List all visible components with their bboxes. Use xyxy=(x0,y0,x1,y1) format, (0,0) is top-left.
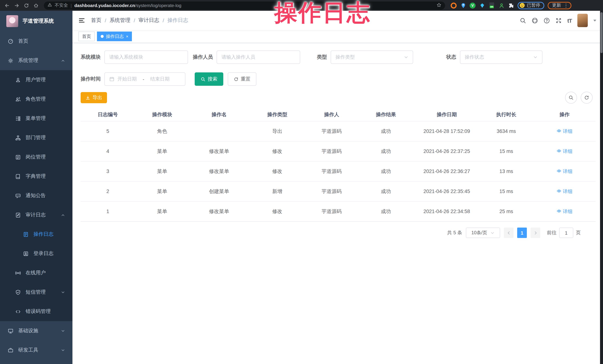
app-logo-rabbit-avatar xyxy=(6,15,18,27)
date-range-input[interactable]: 开始日期 - 结束日期 xyxy=(104,72,186,86)
url-bar[interactable]: 不安全 | dashboard.yudao.iocoder.cn/system/… xyxy=(44,1,445,10)
fullscreen-icon[interactable] xyxy=(556,17,562,23)
forward-icon[interactable] xyxy=(13,1,21,10)
cell-operator: 芋道源码 xyxy=(306,201,358,221)
github-icon[interactable] xyxy=(532,17,538,23)
type-label: 类型 xyxy=(317,54,327,61)
sidebar-item-1[interactable]: 系统管理 xyxy=(0,51,72,70)
total-count: 共 5 条 xyxy=(447,230,462,236)
sidebar-item-14[interactable]: 错误码管理 xyxy=(0,302,72,321)
module-input[interactable]: 请输入系统模块 xyxy=(104,51,188,64)
ext-gem-icon[interactable] xyxy=(479,2,485,9)
export-button[interactable]: 导出 xyxy=(81,92,107,103)
reset-button[interactable]: 重置 xyxy=(228,72,256,86)
page-content: 系统模块 请输入系统模块 操作人员 请输入操作人员 类型 操作类型 状态 操作状… xyxy=(72,43,603,364)
status-select[interactable]: 操作状态 xyxy=(460,51,543,64)
sidebar-item-6[interactable]: 岗位管理 xyxy=(0,147,72,167)
page-scrollbar[interactable] xyxy=(600,11,603,364)
close-icon[interactable]: × xyxy=(126,34,128,38)
eye-icon xyxy=(557,188,561,194)
app-logo-row[interactable]: 芋道管理系统 xyxy=(0,11,72,32)
reload-icon[interactable] xyxy=(22,1,30,10)
tab-0[interactable]: 首页 xyxy=(78,32,95,41)
help-icon[interactable] xyxy=(544,17,550,23)
sidebar-item-16[interactable]: 研发工具 xyxy=(0,341,72,360)
sidebar-item-4[interactable]: 菜单管理 xyxy=(0,109,72,128)
detail-link[interactable]: 详细 xyxy=(557,148,573,155)
cell-type: 新增 xyxy=(249,181,306,201)
sidebar-item-2[interactable]: 用户管理 xyxy=(0,70,72,89)
url-host: dashboard.yudao.iocoder.cn xyxy=(74,3,135,8)
browser-menu-icon[interactable]: ⋮ xyxy=(564,3,568,8)
bookmark-star-icon[interactable] xyxy=(437,2,441,8)
sidebar-item-9[interactable]: 审计日志 xyxy=(0,205,72,225)
warning-icon xyxy=(47,3,52,8)
goto-label: 前往 xyxy=(547,230,557,236)
paused-extension-badge[interactable]: 已暂停 xyxy=(518,2,544,9)
refresh-circle-button[interactable] xyxy=(581,92,592,104)
cell-id: 4 xyxy=(81,141,135,161)
detail-link[interactable]: 详细 xyxy=(557,188,573,195)
search-icon[interactable] xyxy=(520,17,526,23)
detail-link[interactable]: 详细 xyxy=(557,128,573,134)
cell-module: 菜单 xyxy=(135,181,189,201)
sidebar-item-8[interactable]: 通知公告 xyxy=(0,186,72,205)
extensions-puzzle-icon[interactable] xyxy=(508,2,514,9)
sidebar-item-13[interactable]: 短信管理 xyxy=(0,283,72,302)
goto-page-input[interactable]: 1 xyxy=(559,228,573,238)
breadcrumb-item-1[interactable]: 系统管理 xyxy=(110,17,130,24)
toggle-search-circle-button[interactable] xyxy=(565,92,577,104)
sidebar-item-3[interactable]: 角色管理 xyxy=(0,89,72,109)
operation-log-table: 日志编号操作模块操作名操作类型操作人操作结果操作日期执行时长操作5角色导出芋道源… xyxy=(81,108,596,222)
sidebar-item-label: 通知公告 xyxy=(26,192,46,199)
next-page-button[interactable] xyxy=(531,228,540,238)
sidebar-item-label: 岗位管理 xyxy=(26,154,46,160)
caret-down-icon[interactable] xyxy=(593,20,596,21)
prev-page-button[interactable] xyxy=(504,228,513,238)
sidebar-item-10[interactable]: 操作日志 xyxy=(0,225,72,244)
sidebar-item-0[interactable]: 首页 xyxy=(0,32,72,51)
home-icon[interactable] xyxy=(32,1,40,10)
breadcrumb-item-2[interactable]: 审计日志 xyxy=(139,17,159,24)
tab-1[interactable]: 操作日志 × xyxy=(97,32,132,41)
sidebar-item-label: 在线用户 xyxy=(26,270,46,276)
sidebar-item-7[interactable]: 字典管理 xyxy=(0,167,72,186)
sidebar-item-12[interactable]: 在线用户 xyxy=(0,263,72,283)
ext-ring-icon[interactable] xyxy=(450,2,457,9)
ext-green-v-icon[interactable]: V xyxy=(470,2,475,8)
user-avatar[interactable] xyxy=(577,14,588,27)
scrollbar-thumb[interactable] xyxy=(600,12,603,53)
type-select[interactable]: 操作类型 xyxy=(331,51,413,64)
current-page-button[interactable]: 1 xyxy=(517,228,527,238)
table-row-4: 1菜单修改菜单修改芋道源码成功2021-04-26 22:34:5825 ms详… xyxy=(81,201,596,221)
update-button[interactable]: 更新 ⋮ xyxy=(548,2,571,9)
detail-link[interactable]: 详细 xyxy=(557,168,573,175)
cell-result: 成功 xyxy=(357,181,414,201)
security-label[interactable]: 不安全 xyxy=(55,2,68,9)
sidebar-item-label: 菜单管理 xyxy=(26,115,46,122)
column-header: 操作名 xyxy=(189,108,249,121)
ext-pin-icon[interactable] xyxy=(460,2,466,9)
breadcrumb-item-0[interactable]: 首页 xyxy=(91,17,101,24)
page-size-select[interactable]: 10条/页 xyxy=(466,228,500,238)
operator-input[interactable]: 请输入操作人员 xyxy=(217,51,300,64)
sidebar-item-15[interactable]: 基础设施 xyxy=(0,321,72,341)
ext-stack-on-icon[interactable]: on xyxy=(488,2,495,9)
hamburger-icon[interactable] xyxy=(78,17,85,24)
cell-operator: 芋道源码 xyxy=(306,181,358,201)
detail-link[interactable]: 详细 xyxy=(557,208,573,215)
back-icon[interactable] xyxy=(3,1,11,10)
cell-duration: 3634 ms xyxy=(479,121,533,141)
sidebar-item-11[interactable]: 登录日志 xyxy=(0,244,72,263)
breadcrumb: 首页/系统管理/审计日志/操作日志 xyxy=(91,17,188,24)
search-button[interactable]: 搜索 xyxy=(195,72,223,86)
font-size-icon[interactable]: tT xyxy=(567,17,572,23)
cell-name: 创建菜单 xyxy=(189,181,249,201)
reset-button-label: 重置 xyxy=(241,76,250,82)
sidebar-item-5[interactable]: 部门管理 xyxy=(0,128,72,147)
ext-green-person-icon[interactable] xyxy=(498,2,505,9)
page-unit-label: 页 xyxy=(576,230,581,236)
operator-placeholder: 请输入操作人员 xyxy=(221,54,255,61)
dev-tool-icon xyxy=(8,347,13,353)
date-start-placeholder: 开始日期 xyxy=(117,76,137,82)
